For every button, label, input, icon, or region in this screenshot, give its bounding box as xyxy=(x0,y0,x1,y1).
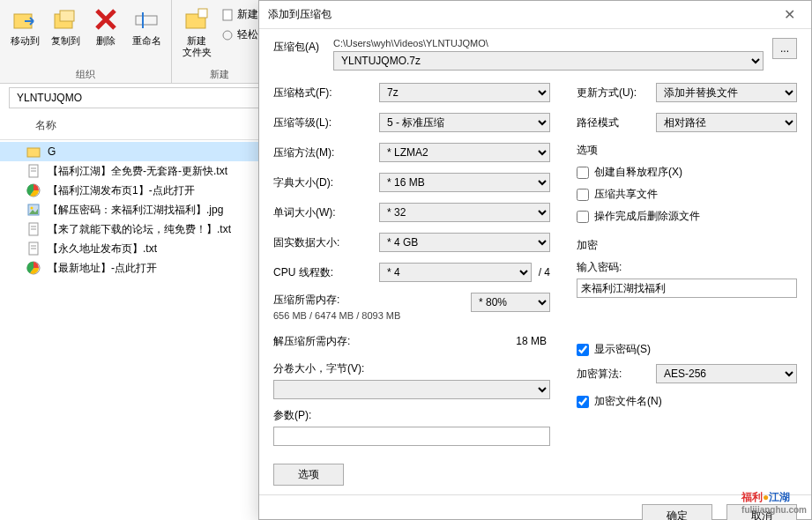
delete-button[interactable]: 删除 xyxy=(86,4,125,48)
doc-icon xyxy=(221,9,234,21)
svg-rect-2 xyxy=(60,11,74,21)
sfx-checkbox[interactable]: 创建自释放程序(X) xyxy=(577,165,797,180)
split-select[interactable] xyxy=(273,380,550,399)
ribbon-group-new: 新建 文件夹 新建 轻松 新建 xyxy=(172,0,268,83)
dict-select[interactable]: * 16 MB xyxy=(379,173,550,192)
mem-select[interactable]: * 80% xyxy=(471,293,550,312)
delete-x-icon xyxy=(92,5,120,33)
pathmode-label: 路径模式 xyxy=(577,115,656,130)
archive-path: C:\Users\wyh\Videos\YLNTUJQMO\ xyxy=(333,38,764,48)
file-name: 【解压密码：来福利江湖找福利】.jpg xyxy=(48,203,223,218)
show-password-checkbox[interactable]: 显示密码(S) xyxy=(577,342,797,357)
encryption-title: 加密 xyxy=(577,238,797,253)
archive-name-select[interactable]: YLNTUJQMO.7z xyxy=(333,51,764,71)
enc-method-select[interactable]: AES-256 xyxy=(656,364,797,383)
group-label-organize: 组织 xyxy=(76,66,95,81)
group-label-new: 新建 xyxy=(210,66,229,81)
params-input[interactable] xyxy=(273,427,550,446)
watermark: 福利●江湖 fulijianghu.com xyxy=(741,487,807,515)
svg-rect-9 xyxy=(27,148,40,157)
split-label: 分卷大小，字节(V): xyxy=(273,361,550,376)
format-select[interactable]: 7z xyxy=(379,83,550,102)
folder-icon xyxy=(26,145,41,159)
svg-rect-3 xyxy=(136,16,157,25)
level-select[interactable]: 5 - 标准压缩 xyxy=(379,113,550,132)
folder-arrow-icon xyxy=(11,5,39,33)
decomp-label: 解压缩所需内存: xyxy=(273,334,516,349)
dict-label: 字典大小(D): xyxy=(273,175,379,190)
enc-method-label: 加密算法: xyxy=(577,367,656,382)
params-label: 参数(P): xyxy=(273,408,550,423)
breadcrumb-text: YLNTUJQMO xyxy=(17,92,82,104)
new-folder-icon xyxy=(183,5,211,33)
dialog-title: 添加到压缩包 xyxy=(268,7,332,22)
copy-to-button[interactable]: 复制到 xyxy=(46,4,85,48)
delete-after-checkbox[interactable]: 操作完成后删除源文件 xyxy=(577,209,797,224)
chrome-icon xyxy=(26,183,41,197)
file-name: 【永久地址发布页】.txt xyxy=(48,241,157,256)
cpu-label: CPU 线程数: xyxy=(273,265,379,280)
rename-icon xyxy=(132,5,160,33)
mem-label: 压缩所需内存: xyxy=(273,293,379,308)
password-input[interactable] xyxy=(577,279,797,298)
update-label: 更新方式(U): xyxy=(577,85,656,100)
txt-icon xyxy=(26,222,41,236)
update-select[interactable]: 添加并替换文件 xyxy=(656,83,797,102)
word-select[interactable]: * 32 xyxy=(379,203,550,222)
svg-rect-7 xyxy=(223,10,232,20)
ribbon-group-organize: 移动到 复制到 删除 重命名 组织 xyxy=(0,0,172,83)
word-label: 单词大小(W): xyxy=(273,205,379,220)
format-label: 压缩格式(F): xyxy=(273,85,379,100)
new-item-button[interactable]: 新建 xyxy=(221,7,258,22)
pathmode-select[interactable]: 相对路径 xyxy=(656,113,797,132)
new-folder-label: 新建 文件夹 xyxy=(183,35,212,58)
svg-point-8 xyxy=(223,31,232,40)
archive-label: 压缩包(A) xyxy=(273,38,324,55)
easy-access-button[interactable]: 轻松 xyxy=(221,27,258,42)
file-name: 【来了就能下载的论坛，纯免费！】.txt xyxy=(48,222,231,237)
options-button[interactable]: 选项 xyxy=(273,464,344,486)
new-folder-button[interactable]: 新建 文件夹 xyxy=(177,4,216,60)
ok-button[interactable]: 确定 xyxy=(642,504,712,520)
easy-icon xyxy=(221,29,234,41)
jpg-icon xyxy=(26,203,41,217)
svg-point-16 xyxy=(31,207,34,210)
file-name: 【最新地址】-点此打开 xyxy=(48,261,157,276)
move-to-label: 移动到 xyxy=(11,35,40,47)
mem-sub: 656 MB / 6474 MB / 8093 MB xyxy=(273,310,432,321)
svg-rect-6 xyxy=(198,9,207,18)
rename-button[interactable]: 重命名 xyxy=(127,4,166,48)
dialog-footer: 确定 取消 xyxy=(259,494,811,520)
options-title: 选项 xyxy=(577,143,797,158)
close-icon[interactable]: ✕ xyxy=(776,6,802,23)
solid-select[interactable]: * 4 GB xyxy=(379,233,550,252)
encrypt-names-checkbox[interactable]: 加密文件名(N) xyxy=(577,394,797,409)
folder-copy-icon xyxy=(51,5,79,33)
cpu-max: / 4 xyxy=(539,266,550,279)
file-name: 【福利江湖发布页1】-点此打开 xyxy=(48,183,195,198)
txt-icon xyxy=(26,241,41,256)
delete-label: 删除 xyxy=(96,35,115,47)
level-label: 压缩等级(L): xyxy=(273,115,379,130)
file-name: G xyxy=(48,145,56,158)
password-label: 输入密码: xyxy=(577,260,797,275)
browse-button[interactable]: ... xyxy=(772,38,797,59)
add-to-archive-dialog: 添加到压缩包 ✕ 压缩包(A) C:\Users\wyh\Videos\YLNT… xyxy=(258,0,812,520)
cpu-select[interactable]: * 4 xyxy=(379,263,532,282)
rename-label: 重命名 xyxy=(132,35,161,47)
txt-icon xyxy=(26,164,41,178)
file-name: 【福利江湖】全免费-无套路-更新快.txt xyxy=(48,164,227,179)
solid-label: 固实数据大小: xyxy=(273,235,379,250)
decomp-value: 18 MB xyxy=(516,335,550,347)
move-to-button[interactable]: 移动到 xyxy=(5,4,44,48)
method-select[interactable]: * LZMA2 xyxy=(379,143,550,162)
copy-to-label: 复制到 xyxy=(51,35,80,47)
dialog-titlebar: 添加到压缩包 ✕ xyxy=(259,1,811,29)
chrome-icon xyxy=(26,261,41,275)
share-checkbox[interactable]: 压缩共享文件 xyxy=(577,187,797,202)
method-label: 压缩方法(M): xyxy=(273,145,379,160)
